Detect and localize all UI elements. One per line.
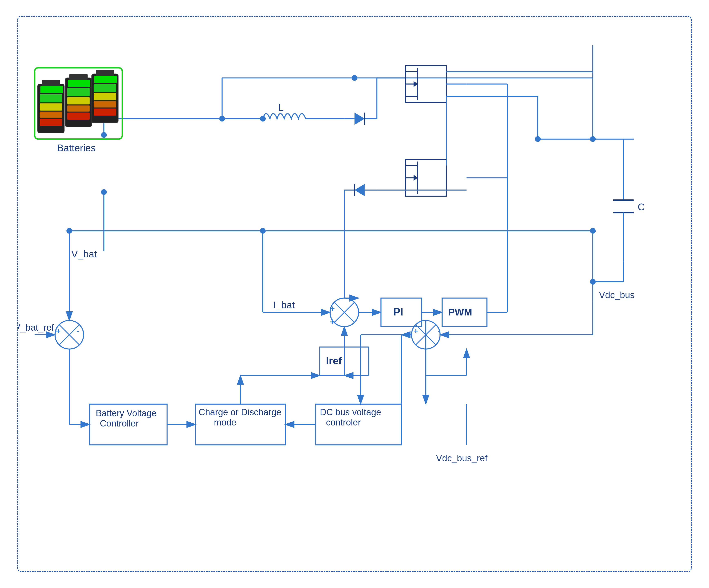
- v-bat-ref-label: V_bat_ref: [18, 322, 54, 333]
- svg-rect-147: [94, 101, 116, 107]
- svg-rect-132: [40, 103, 62, 110]
- svg-rect-141: [67, 113, 90, 120]
- svg-rect-135: [41, 86, 63, 93]
- svg-rect-133: [40, 112, 62, 118]
- svg-text:-: -: [76, 327, 79, 335]
- svg-text:DC bus voltage: DC bus voltage: [320, 407, 381, 417]
- v-bat-label: V_bat: [71, 249, 97, 259]
- svg-point-73: [260, 228, 266, 234]
- svg-rect-130: [42, 80, 60, 86]
- vdc-bus-label: Vdc_bus: [599, 290, 635, 300]
- svg-rect-134: [40, 119, 62, 126]
- svg-rect-139: [67, 97, 90, 104]
- svg-text:Charge or Discharge: Charge or Discharge: [199, 407, 281, 417]
- svg-point-10: [101, 132, 107, 138]
- svg-text:controler: controler: [326, 417, 361, 427]
- svg-rect-137: [69, 74, 88, 80]
- svg-rect-145: [94, 84, 116, 92]
- svg-rect-149: [95, 76, 117, 83]
- circuit-diagram: + + PI PWM Iref Batt: [17, 16, 692, 572]
- svg-rect-140: [67, 105, 90, 112]
- svg-point-39: [535, 136, 541, 142]
- svg-text:+: +: [56, 327, 60, 335]
- svg-text:+: +: [414, 327, 418, 335]
- svg-rect-142: [68, 80, 90, 87]
- inductor-label: L: [278, 102, 284, 113]
- svg-marker-50: [354, 184, 365, 196]
- svg-rect-138: [67, 88, 90, 96]
- capacitor-label: C: [638, 202, 645, 212]
- svg-point-65: [590, 228, 596, 234]
- svg-rect-148: [94, 108, 116, 116]
- svg-rect-131: [40, 94, 62, 102]
- svg-marker-15: [354, 113, 365, 125]
- svg-text:+: +: [330, 304, 335, 313]
- svg-rect-144: [96, 70, 114, 76]
- svg-text:Iref: Iref: [326, 355, 342, 366]
- svg-text:Controller: Controller: [100, 418, 139, 428]
- svg-text:Battery Voltage: Battery Voltage: [96, 408, 157, 418]
- svg-marker-46: [414, 175, 418, 181]
- svg-rect-146: [94, 93, 116, 100]
- batteries-label: Batteries: [57, 143, 96, 153]
- svg-text:mode: mode: [214, 417, 236, 427]
- svg-point-57: [101, 189, 107, 195]
- svg-text:PI: PI: [393, 306, 403, 318]
- svg-marker-25: [414, 81, 418, 87]
- vdc-bus-ref-label: Vdc_bus_ref: [436, 453, 488, 463]
- i-bat-label: I_bat: [273, 300, 295, 310]
- svg-text:+: +: [330, 317, 335, 326]
- svg-text:PWM: PWM: [448, 307, 472, 317]
- svg-text:-: -: [438, 327, 441, 335]
